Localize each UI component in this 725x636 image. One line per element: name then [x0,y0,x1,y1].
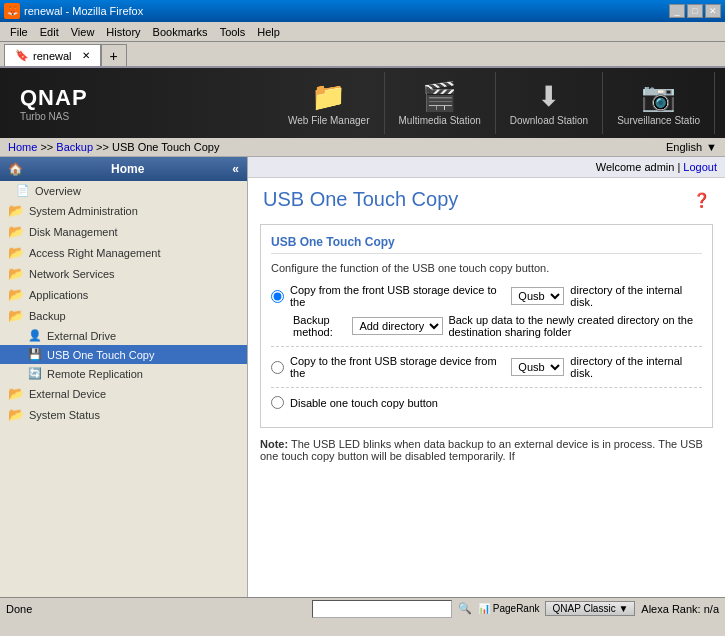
menu-bar: File Edit View History Bookmarks Tools H… [0,22,725,42]
nav-multimedia-station[interactable]: 🎬 Multimedia Station [385,72,496,134]
radio-copy-to-row: Copy to the front USB storage device fro… [271,355,702,379]
nav-surveillance-station[interactable]: 📷 Surveillance Statio [603,72,715,134]
pagerank-icon: 📊 [478,603,490,614]
sidebar-item-remote-replication[interactable]: 🔄 Remote Replication [0,364,247,383]
note-section: Note: The USB LED blinks when data backu… [260,438,713,462]
menu-edit[interactable]: Edit [34,24,65,40]
language-selector[interactable]: English ▼ [666,141,717,153]
sidebar-collapse-icon[interactable]: « [232,162,239,176]
sidebar-label-system-administration: System Administration [29,205,138,217]
welcome-bar: Welcome admin | Logout [248,157,725,178]
tab-label: renewal [33,50,72,62]
tab-close-icon[interactable]: ✕ [82,50,90,61]
qnap-logo-area: QNAP Turbo NAS [10,85,88,122]
help-icon[interactable]: ❓ [693,192,710,208]
backup-method-row: Backup method: Add directory Back up dat… [293,314,702,338]
folder-icon: 📂 [8,386,24,401]
minimize-button[interactable]: _ [669,4,685,18]
menu-bookmarks[interactable]: Bookmarks [147,24,214,40]
sidebar-item-external-drive[interactable]: 👤 External Drive [0,326,247,345]
radio-copy-to-usb[interactable] [271,361,284,374]
sidebar-item-access-right-management[interactable]: 📂 Access Right Management [0,242,247,263]
usb-copy-icon: 💾 [28,348,42,361]
radio-disable-copy[interactable] [271,396,284,409]
sidebar-item-usb-one-touch-copy[interactable]: 💾 USB One Touch Copy [0,345,247,364]
menu-help[interactable]: Help [251,24,286,40]
header-navigation: 📁 Web File Manager 🎬 Multimedia Station … [274,72,715,134]
breadcrumb-current: USB One Touch Copy [112,141,219,153]
menu-view[interactable]: View [65,24,101,40]
logout-link[interactable]: Logout [683,161,717,173]
backup-method-label: Backup method: [293,314,347,338]
folder-icon: 📂 [8,224,24,239]
copy-from-dir-select[interactable]: Qusb [511,287,564,305]
firefox-icon: 🦊 [4,3,20,19]
sidebar-item-external-device[interactable]: 📂 External Device [0,383,247,404]
sidebar-label-applications: Applications [29,289,88,301]
pagerank-label: PageRank [493,603,540,614]
qnap-classic-button[interactable]: QNAP Classic ▼ [545,601,635,616]
breadcrumb-sep2: >> [96,141,109,153]
nav-label-multimedia-station: Multimedia Station [399,115,481,126]
menu-file[interactable]: File [4,24,34,40]
breadcrumb-backup[interactable]: Backup [56,141,93,153]
app-header: QNAP Turbo NAS 📁 Web File Manager 🎬 Mult… [0,68,725,138]
copy-to-dir-select[interactable]: Qusb [511,358,564,376]
sidebar-item-network-services[interactable]: 📂 Network Services [0,263,247,284]
usb-copy-form-section: USB One Touch Copy Configure the functio… [260,224,713,428]
sidebar-label-disk-management: Disk Management [29,226,118,238]
folder-icon: 📂 [8,266,24,281]
new-tab-button[interactable]: + [101,44,127,66]
overview-icon: 📄 [16,184,30,197]
folder-icon: 📂 [8,287,24,302]
folder-open-icon: 📂 [8,308,24,323]
sidebar-item-applications[interactable]: 📂 Applications [0,284,247,305]
search-icon[interactable]: 🔍 [458,602,472,615]
close-button[interactable]: ✕ [705,4,721,18]
sidebar-label-network-services: Network Services [29,268,115,280]
menu-history[interactable]: History [100,24,146,40]
sidebar-item-overview[interactable]: 📄 Overview [0,181,247,200]
browser-tab-renewal[interactable]: 🔖 renewal ✕ [4,44,101,66]
folder-icon: 📂 [8,407,24,422]
alexa-rank: Alexa Rank: n/a [641,603,719,615]
backup-method-select[interactable]: Add directory [352,317,443,335]
menu-tools[interactable]: Tools [214,24,252,40]
sidebar-item-system-status[interactable]: 📂 System Status [0,404,247,425]
folder-icon: 📂 [8,203,24,218]
sidebar-item-system-administration[interactable]: 📂 System Administration [0,200,247,221]
radio2-suffix: directory of the internal disk. [570,355,702,379]
sidebar-item-backup[interactable]: 📂 Backup [0,305,247,326]
radio-copy-from-row: Copy from the front USB storage device t… [271,284,702,308]
language-dropdown-icon[interactable]: ▼ [706,141,717,153]
sidebar-label-usb-one-touch-copy: USB One Touch Copy [47,349,154,361]
radio-copy-from-usb[interactable] [271,290,284,303]
status-right: 🔍 📊 PageRank QNAP Classic ▼ Alexa Rank: … [312,600,719,618]
search-input[interactable] [312,600,452,618]
pagerank-area: 📊 PageRank [478,603,540,614]
window-controls[interactable]: _ □ ✕ [669,4,721,18]
welcome-text: Welcome admin | [596,161,684,173]
surveillance-station-icon: 📷 [641,80,676,113]
radio1-suffix: directory of the internal disk. [570,284,702,308]
breadcrumb-home[interactable]: Home [8,141,37,153]
sidebar-item-disk-management[interactable]: 📂 Disk Management [0,221,247,242]
qnap-classic-dropdown-icon[interactable]: ▼ [618,603,628,614]
note-text: The USB LED blinks when data backup to a… [260,438,703,462]
download-station-icon: ⬇ [537,80,560,113]
note-bold-label: Note: [260,438,288,450]
external-drive-icon: 👤 [28,329,42,342]
remote-replication-icon: 🔄 [28,367,42,380]
maximize-button[interactable]: □ [687,4,703,18]
title-bar: 🦊 renewal - Mozilla Firefox _ □ ✕ [0,0,725,22]
sidebar-label-external-drive: External Drive [47,330,116,342]
qnap-subtitle: Turbo NAS [20,111,88,122]
sidebar-header: 🏠 Home « [0,157,247,181]
multimedia-station-icon: 🎬 [422,80,457,113]
nav-download-station[interactable]: ⬇ Download Station [496,72,603,134]
sidebar-home-label: Home [111,162,144,176]
tab-icon: 🔖 [15,49,29,62]
qnap-logo: QNAP [20,85,88,110]
content-header: USB One Touch Copy ❓ [248,178,725,216]
nav-web-file-manager[interactable]: 📁 Web File Manager [274,72,385,134]
